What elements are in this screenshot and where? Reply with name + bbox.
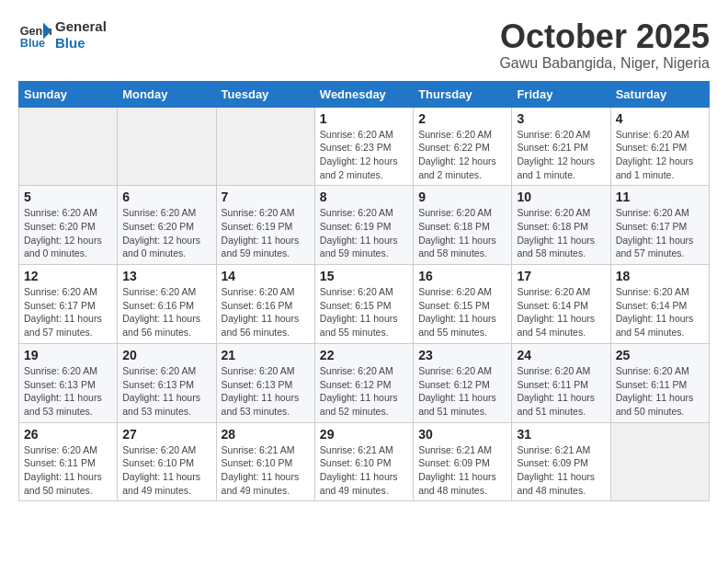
day-number: 10 bbox=[517, 190, 605, 204]
calendar-cell: 1Sunrise: 6:20 AMSunset: 6:23 PMDaylight… bbox=[314, 107, 413, 186]
day-number: 19 bbox=[24, 348, 112, 362]
day-number: 17 bbox=[517, 269, 605, 283]
calendar-cell: 19Sunrise: 6:20 AMSunset: 6:13 PMDayligh… bbox=[19, 343, 118, 422]
day-number: 14 bbox=[222, 269, 310, 283]
weekday-header-sunday: Sunday bbox=[19, 81, 118, 107]
calendar-cell: 13Sunrise: 6:20 AMSunset: 6:16 PMDayligh… bbox=[118, 265, 216, 344]
calendar-cell: 15Sunrise: 6:20 AMSunset: 6:15 PMDayligh… bbox=[314, 265, 413, 344]
calendar-cell: 21Sunrise: 6:20 AMSunset: 6:13 PMDayligh… bbox=[216, 343, 314, 422]
calendar-cell: 31Sunrise: 6:21 AMSunset: 6:09 PMDayligh… bbox=[512, 422, 610, 501]
day-info: Sunrise: 6:20 AMSunset: 6:12 PMDaylight:… bbox=[418, 364, 506, 419]
day-info: Sunrise: 6:20 AMSunset: 6:11 PMDaylight:… bbox=[24, 443, 112, 498]
day-number: 21 bbox=[222, 348, 310, 362]
logo-line1: General bbox=[55, 18, 107, 35]
calendar-cell: 8Sunrise: 6:20 AMSunset: 6:19 PMDaylight… bbox=[314, 186, 413, 265]
day-number: 22 bbox=[320, 348, 408, 362]
calendar-cell: 17Sunrise: 6:20 AMSunset: 6:14 PMDayligh… bbox=[512, 265, 610, 344]
day-number: 3 bbox=[517, 111, 605, 126]
day-number: 2 bbox=[418, 111, 506, 126]
day-number: 1 bbox=[320, 111, 408, 126]
day-number: 26 bbox=[24, 427, 112, 442]
day-number: 29 bbox=[320, 427, 408, 442]
day-number: 15 bbox=[320, 269, 408, 283]
day-info: Sunrise: 6:20 AMSunset: 6:13 PMDaylight:… bbox=[24, 364, 112, 419]
day-info: Sunrise: 6:20 AMSunset: 6:18 PMDaylight:… bbox=[418, 206, 506, 260]
day-info: Sunrise: 6:20 AMSunset: 6:19 PMDaylight:… bbox=[320, 206, 408, 260]
day-number: 30 bbox=[418, 427, 506, 442]
day-number: 27 bbox=[122, 427, 210, 442]
day-info: Sunrise: 6:20 AMSunset: 6:20 PMDaylight:… bbox=[24, 206, 112, 260]
calendar-cell: 29Sunrise: 6:21 AMSunset: 6:10 PMDayligh… bbox=[314, 422, 413, 501]
day-info: Sunrise: 6:21 AMSunset: 6:10 PMDaylight:… bbox=[222, 443, 310, 498]
day-info: Sunrise: 6:20 AMSunset: 6:16 PMDaylight:… bbox=[122, 285, 210, 339]
calendar-cell: 18Sunrise: 6:20 AMSunset: 6:14 PMDayligh… bbox=[610, 265, 709, 344]
day-number: 6 bbox=[122, 190, 210, 204]
day-info: Sunrise: 6:21 AMSunset: 6:10 PMDaylight:… bbox=[320, 443, 408, 498]
day-info: Sunrise: 6:20 AMSunset: 6:13 PMDaylight:… bbox=[222, 364, 310, 419]
calendar-cell: 3Sunrise: 6:20 AMSunset: 6:21 PMDaylight… bbox=[512, 107, 610, 186]
calendar-cell: 4Sunrise: 6:20 AMSunset: 6:21 PMDaylight… bbox=[610, 107, 709, 186]
logo: General Blue General Blue bbox=[18, 18, 107, 52]
day-info: Sunrise: 6:20 AMSunset: 6:14 PMDaylight:… bbox=[517, 285, 605, 339]
day-info: Sunrise: 6:20 AMSunset: 6:15 PMDaylight:… bbox=[320, 285, 408, 339]
weekday-header-saturday: Saturday bbox=[610, 81, 709, 107]
calendar-cell: 25Sunrise: 6:20 AMSunset: 6:11 PMDayligh… bbox=[610, 343, 709, 422]
calendar-cell bbox=[610, 422, 709, 501]
day-info: Sunrise: 6:21 AMSunset: 6:09 PMDaylight:… bbox=[517, 443, 605, 498]
weekday-header-monday: Monday bbox=[118, 81, 216, 107]
calendar-cell: 16Sunrise: 6:20 AMSunset: 6:15 PMDayligh… bbox=[414, 265, 512, 344]
calendar-cell: 12Sunrise: 6:20 AMSunset: 6:17 PMDayligh… bbox=[19, 265, 118, 344]
weekday-header-tuesday: Tuesday bbox=[216, 81, 314, 107]
calendar-cell: 11Sunrise: 6:20 AMSunset: 6:17 PMDayligh… bbox=[610, 186, 709, 265]
svg-text:Blue: Blue bbox=[20, 37, 45, 50]
calendar-cell: 10Sunrise: 6:20 AMSunset: 6:18 PMDayligh… bbox=[512, 186, 610, 265]
day-number: 23 bbox=[418, 348, 506, 362]
day-info: Sunrise: 6:20 AMSunset: 6:10 PMDaylight:… bbox=[122, 443, 210, 498]
calendar-cell: 9Sunrise: 6:20 AMSunset: 6:18 PMDaylight… bbox=[414, 186, 512, 265]
day-number: 25 bbox=[616, 348, 704, 362]
calendar-cell bbox=[118, 107, 216, 186]
calendar-cell: 22Sunrise: 6:20 AMSunset: 6:12 PMDayligh… bbox=[314, 343, 413, 422]
logo-icon: General Blue bbox=[18, 18, 51, 52]
calendar-cell: 30Sunrise: 6:21 AMSunset: 6:09 PMDayligh… bbox=[414, 422, 512, 501]
page-header: General Blue General Blue October 2025 G… bbox=[18, 18, 710, 72]
day-number: 4 bbox=[616, 111, 704, 126]
calendar-cell: 5Sunrise: 6:20 AMSunset: 6:20 PMDaylight… bbox=[19, 186, 118, 265]
day-info: Sunrise: 6:20 AMSunset: 6:11 PMDaylight:… bbox=[616, 364, 704, 419]
day-number: 8 bbox=[320, 190, 408, 204]
day-info: Sunrise: 6:20 AMSunset: 6:11 PMDaylight:… bbox=[517, 364, 605, 419]
day-info: Sunrise: 6:20 AMSunset: 6:17 PMDaylight:… bbox=[616, 206, 704, 260]
day-number: 13 bbox=[122, 269, 210, 283]
day-number: 28 bbox=[222, 427, 310, 442]
day-info: Sunrise: 6:21 AMSunset: 6:09 PMDaylight:… bbox=[418, 443, 506, 498]
calendar-cell bbox=[216, 107, 314, 186]
day-info: Sunrise: 6:20 AMSunset: 6:15 PMDaylight:… bbox=[418, 285, 506, 339]
calendar-cell: 20Sunrise: 6:20 AMSunset: 6:13 PMDayligh… bbox=[118, 343, 216, 422]
day-info: Sunrise: 6:20 AMSunset: 6:22 PMDaylight:… bbox=[418, 128, 506, 182]
calendar-cell: 7Sunrise: 6:20 AMSunset: 6:19 PMDaylight… bbox=[216, 186, 314, 265]
day-number: 18 bbox=[616, 269, 704, 283]
calendar-cell: 26Sunrise: 6:20 AMSunset: 6:11 PMDayligh… bbox=[19, 422, 118, 501]
day-info: Sunrise: 6:20 AMSunset: 6:20 PMDaylight:… bbox=[122, 206, 210, 260]
weekday-header-wednesday: Wednesday bbox=[314, 81, 413, 107]
day-info: Sunrise: 6:20 AMSunset: 6:21 PMDaylight:… bbox=[616, 128, 704, 182]
day-number: 5 bbox=[24, 190, 112, 204]
logo-line2: Blue bbox=[55, 35, 107, 52]
title-block: October 2025 Gawu Babangida, Niger, Nige… bbox=[499, 18, 710, 72]
weekday-header-friday: Friday bbox=[512, 81, 610, 107]
day-number: 9 bbox=[418, 190, 506, 204]
calendar-cell: 28Sunrise: 6:21 AMSunset: 6:10 PMDayligh… bbox=[216, 422, 314, 501]
calendar-cell: 6Sunrise: 6:20 AMSunset: 6:20 PMDaylight… bbox=[118, 186, 216, 265]
weekday-header-thursday: Thursday bbox=[414, 81, 512, 107]
calendar-cell: 2Sunrise: 6:20 AMSunset: 6:22 PMDaylight… bbox=[414, 107, 512, 186]
day-info: Sunrise: 6:20 AMSunset: 6:23 PMDaylight:… bbox=[320, 128, 408, 182]
calendar-cell: 24Sunrise: 6:20 AMSunset: 6:11 PMDayligh… bbox=[512, 343, 610, 422]
day-number: 11 bbox=[616, 190, 704, 204]
location-title: Gawu Babangida, Niger, Nigeria bbox=[499, 55, 710, 72]
calendar-cell: 23Sunrise: 6:20 AMSunset: 6:12 PMDayligh… bbox=[414, 343, 512, 422]
day-number: 12 bbox=[24, 269, 112, 283]
day-number: 7 bbox=[222, 190, 310, 204]
day-number: 16 bbox=[418, 269, 506, 283]
day-number: 20 bbox=[122, 348, 210, 362]
day-info: Sunrise: 6:20 AMSunset: 6:19 PMDaylight:… bbox=[222, 206, 310, 260]
